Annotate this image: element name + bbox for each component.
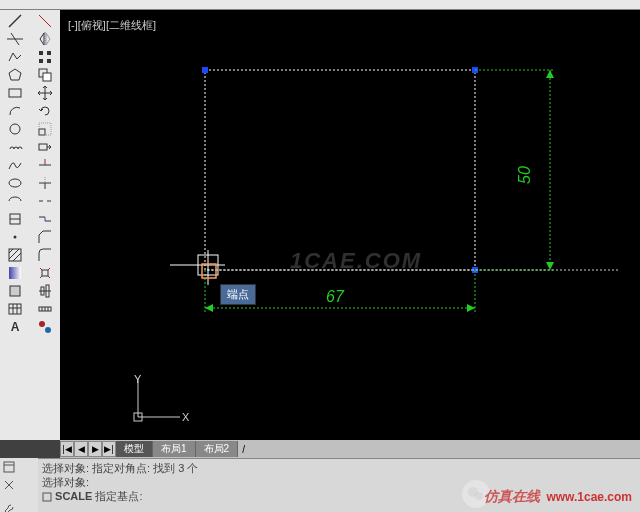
measure-tool[interactable] <box>32 300 58 318</box>
draw-toolbar: A <box>0 10 30 338</box>
svg-rect-22 <box>39 51 43 55</box>
ellipse-tool[interactable] <box>2 174 28 192</box>
trim-tool[interactable] <box>32 156 58 174</box>
pline-tool[interactable] <box>2 48 28 66</box>
tab-nav: |◀ ◀ ▶ ▶| <box>60 441 116 457</box>
svg-marker-3 <box>9 69 21 80</box>
point-tool[interactable] <box>2 228 28 246</box>
svg-rect-41 <box>42 270 48 276</box>
left-toolbars: A <box>0 10 60 440</box>
selected-rectangle <box>205 70 475 270</box>
svg-rect-15 <box>10 286 20 296</box>
dim-value-h: 67 <box>326 288 345 305</box>
extend-tool[interactable] <box>32 174 58 192</box>
xline-tool[interactable] <box>2 30 28 48</box>
svg-line-11 <box>9 249 13 253</box>
arrow-icon <box>205 304 213 312</box>
ellipse-arc-tool[interactable] <box>2 192 28 210</box>
grip-icon <box>202 67 208 73</box>
svg-point-54 <box>45 327 51 333</box>
rectangle-tool[interactable] <box>2 84 28 102</box>
svg-line-0 <box>9 15 21 27</box>
break-tool[interactable] <box>32 192 58 210</box>
line-tool[interactable] <box>2 12 28 30</box>
svg-line-12 <box>9 249 19 259</box>
command-panel[interactable]: 选择对象: 指定对角点: 找到 3 个 选择对象: SCALE 指定基点: <box>38 458 640 512</box>
chamfer-tool[interactable] <box>32 228 58 246</box>
tab-layout1[interactable]: 布局1 <box>153 441 196 457</box>
line-mod-tool[interactable] <box>32 12 58 30</box>
tab-trailer: / <box>238 444 249 455</box>
wechat-icon <box>462 480 490 508</box>
drawing-area[interactable]: [-][俯视][二维线框] 67 50 端点 1CAE.COM <box>60 10 640 440</box>
svg-rect-14 <box>9 267 21 279</box>
ucs-x-label: X <box>182 411 190 423</box>
move-tool[interactable] <box>32 84 58 102</box>
tab-layout2[interactable]: 布局2 <box>196 441 239 457</box>
align-tool[interactable] <box>32 282 58 300</box>
svg-rect-25 <box>47 59 51 63</box>
svg-rect-62 <box>43 493 51 501</box>
ucs-y-label: Y <box>134 375 142 385</box>
explode-tool[interactable] <box>32 264 58 282</box>
svg-rect-24 <box>39 59 43 63</box>
arrow-icon <box>546 70 554 78</box>
stretch-tool[interactable] <box>32 138 58 156</box>
text-tool[interactable]: A <box>2 318 28 336</box>
gradient-tool[interactable] <box>2 264 28 282</box>
svg-point-53 <box>39 321 45 327</box>
circle-tool[interactable] <box>2 120 28 138</box>
cmd-history-icon[interactable] <box>0 458 18 476</box>
spline-tool[interactable] <box>2 156 28 174</box>
svg-rect-23 <box>47 51 51 55</box>
mirror-tool[interactable] <box>32 30 58 48</box>
array-tool[interactable] <box>32 48 58 66</box>
arrow-icon <box>546 262 554 270</box>
svg-line-43 <box>48 268 50 270</box>
svg-rect-58 <box>4 462 14 472</box>
tab-nav-prev[interactable]: ◀ <box>74 441 88 457</box>
tab-nav-next[interactable]: ▶ <box>88 441 102 457</box>
layout-tabs: |◀ ◀ ▶ ▶| 模型 布局1 布局2 / <box>60 440 640 458</box>
svg-rect-28 <box>39 129 45 135</box>
polygon-tool[interactable] <box>2 66 28 84</box>
command-history-line: 选择对象: 指定对角点: 找到 3 个 <box>42 461 636 475</box>
tab-nav-first[interactable]: |◀ <box>60 441 74 457</box>
command-prompt-line: SCALE 指定基点: <box>42 489 636 503</box>
fillet-tool[interactable] <box>32 246 58 264</box>
svg-point-64 <box>475 492 483 500</box>
command-name: SCALE <box>55 490 92 502</box>
svg-point-6 <box>9 179 21 187</box>
scale-tool[interactable] <box>32 120 58 138</box>
cmd-close-icon[interactable] <box>0 476 18 494</box>
props-tool[interactable] <box>32 318 58 336</box>
copy-tool[interactable] <box>32 66 58 84</box>
insert-block-tool[interactable] <box>2 210 28 228</box>
snap-tooltip: 端点 <box>220 284 256 305</box>
hatch-tool[interactable] <box>2 246 28 264</box>
command-history-line: 选择对象: <box>42 475 636 489</box>
revcloud-tool[interactable] <box>2 138 28 156</box>
rotate-tool[interactable] <box>32 102 58 120</box>
svg-line-20 <box>39 15 51 27</box>
svg-line-45 <box>48 276 50 278</box>
join-tool[interactable] <box>32 210 58 228</box>
table-tool[interactable] <box>2 300 28 318</box>
tab-model[interactable]: 模型 <box>116 441 153 457</box>
endpoint-snap-icon <box>202 264 216 278</box>
modify-toolbar <box>30 10 60 338</box>
cmd-wrench-icon[interactable] <box>0 500 18 512</box>
arrow-icon <box>467 304 475 312</box>
command-caret-icon <box>42 492 52 502</box>
arc-tool[interactable] <box>2 102 28 120</box>
top-toolbar-strip <box>0 0 640 10</box>
dim-value-v: 50 <box>516 166 533 184</box>
region-tool[interactable] <box>2 282 28 300</box>
command-prompt-text: 指定基点: <box>95 490 142 502</box>
svg-line-42 <box>40 268 42 270</box>
svg-rect-30 <box>39 144 47 150</box>
svg-point-9 <box>14 236 17 239</box>
tab-nav-last[interactable]: ▶| <box>102 441 116 457</box>
svg-rect-27 <box>43 73 51 81</box>
svg-line-44 <box>40 276 42 278</box>
